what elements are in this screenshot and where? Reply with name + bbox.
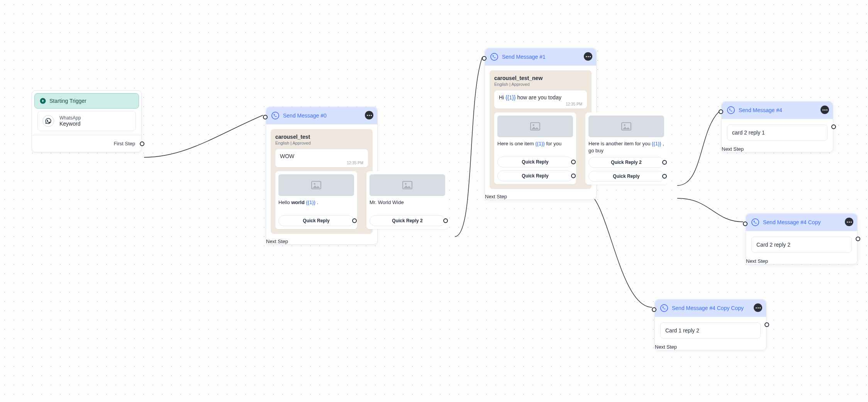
output-port[interactable] [765, 322, 769, 327]
next-step-label: Next Step [722, 146, 744, 152]
next-step-label: Next Step [266, 238, 288, 244]
image-placeholder-icon [370, 174, 445, 196]
node-title: Send Message #4 [739, 107, 782, 113]
node-title: Send Message #1 [502, 54, 546, 60]
node-menu-button[interactable] [365, 111, 373, 119]
svg-point-1 [272, 112, 279, 119]
quick-reply-button[interactable]: Quick Reply [497, 157, 573, 167]
image-placeholder-icon [588, 116, 664, 137]
card-caption: Here is another item for you {{1}} , go … [588, 140, 664, 154]
card-caption: Here is one item {{1}} for you [497, 140, 573, 153]
send-message-4-copy[interactable]: Send Message #4 Copy Card 2 reply 2 Next… [746, 213, 858, 264]
message-text[interactable]: Card 1 reply 2 [660, 322, 761, 339]
whatsapp-preview: carousel_test English | Approved WOW 12:… [271, 129, 373, 234]
input-port[interactable] [263, 115, 268, 119]
carousel-card-1[interactable]: Here is one item {{1}} for you Quick Rep… [494, 112, 576, 184]
trigger-title: Starting Trigger [49, 98, 86, 104]
node-footer: Next Step [722, 146, 833, 152]
quick-reply-button[interactable]: Quick Reply 2 [370, 215, 445, 226]
output-port[interactable] [571, 174, 576, 178]
quick-reply-button[interactable]: Quick Reply [278, 215, 354, 226]
output-port[interactable] [140, 141, 144, 146]
svg-point-10 [624, 124, 626, 126]
image-placeholder-icon [497, 116, 573, 137]
output-port[interactable] [443, 218, 448, 223]
node-header: Send Message #0 [266, 107, 377, 124]
next-step-label: Next Step [655, 344, 677, 350]
send-message-4-copy-copy[interactable]: Send Message #4 Copy Copy Card 1 reply 2… [654, 299, 766, 350]
node-header: Send Message #4 Copy [746, 214, 857, 231]
node-body: card 2 reply 1 [722, 119, 833, 146]
input-port[interactable] [719, 109, 723, 114]
output-port[interactable] [662, 174, 667, 179]
trigger-header: Starting Trigger [34, 93, 139, 109]
svg-point-5 [405, 183, 407, 185]
play-icon [39, 97, 46, 104]
quick-reply-button[interactable]: Quick Reply [588, 171, 664, 182]
flow-canvas[interactable]: Starting Trigger WhatsApp Keyword First … [0, 0, 868, 402]
svg-point-11 [727, 107, 734, 114]
node-body: Card 2 reply 2 [746, 231, 857, 258]
quick-reply-button[interactable]: Quick Reply [497, 170, 573, 181]
node-body: Card 1 reply 2 [655, 317, 766, 344]
carousel-card-2[interactable]: Here is another item for you {{1}} , go … [585, 112, 667, 185]
bubble-text: WOW [280, 153, 363, 159]
card-caption: Hello world {{1}} . [278, 199, 354, 212]
output-port[interactable] [571, 160, 576, 164]
input-port[interactable] [743, 221, 748, 226]
message-bubble: WOW 12:35 PM [275, 149, 368, 167]
message-time: 12:35 PM [280, 161, 363, 165]
send-message-4[interactable]: Send Message #4 card 2 reply 1 Next Step [721, 101, 833, 152]
trigger-node[interactable]: Starting Trigger WhatsApp Keyword First … [32, 90, 142, 152]
template-meta: English | Approved [494, 82, 587, 87]
node-title: Send Message #4 Copy [763, 219, 821, 225]
output-port[interactable] [831, 124, 836, 129]
node-title: Send Message #0 [283, 112, 327, 119]
node-footer: Next Step [746, 258, 857, 264]
output-port[interactable] [662, 160, 667, 165]
trigger-keyword-label: Keyword [59, 121, 81, 127]
message-text[interactable]: Card 2 reply 2 [751, 237, 852, 253]
message-time: 12:35 PM [499, 102, 582, 106]
next-step-label: First Step [114, 141, 135, 146]
output-port[interactable] [352, 218, 357, 223]
output-port[interactable] [856, 237, 860, 241]
input-port[interactable] [482, 56, 487, 61]
svg-point-8 [533, 124, 534, 126]
node-header: Send Message #1 [485, 48, 596, 66]
node-menu-button[interactable] [845, 218, 853, 226]
next-step-label: Next Step [485, 194, 507, 199]
carousel-card-2[interactable]: Mr. World Wide Quick Reply 2 [366, 171, 448, 229]
input-port[interactable] [652, 307, 656, 312]
whatsapp-icon [727, 106, 735, 114]
svg-point-6 [491, 53, 498, 60]
node-footer: Next Step [485, 194, 596, 199]
trigger-footer: First Step [32, 135, 141, 152]
node-menu-button[interactable] [584, 52, 592, 61]
node-menu-button[interactable] [821, 106, 829, 114]
node-footer: Next Step [266, 238, 377, 244]
node-footer: Next Step [655, 344, 766, 350]
whatsapp-icon [42, 115, 54, 127]
image-placeholder-icon [278, 174, 354, 196]
quick-reply-button[interactable]: Quick Reply 2 [588, 157, 664, 168]
message-text[interactable]: card 2 reply 1 [727, 124, 827, 141]
whatsapp-icon [751, 218, 759, 226]
card-caption: Mr. World Wide [370, 199, 445, 212]
template-meta: English | Approved [275, 141, 368, 145]
node-title: Send Message #4 Copy Copy [672, 305, 744, 311]
template-name: carousel_test [275, 134, 368, 140]
whatsapp-icon [490, 53, 498, 61]
send-message-1[interactable]: Send Message #1 carousel_test_new Englis… [485, 48, 597, 200]
node-menu-button[interactable] [754, 303, 762, 312]
carousel-card-1[interactable]: Hello world {{1}} . Quick Reply [275, 171, 357, 229]
node-header: Send Message #4 [722, 102, 833, 119]
svg-point-3 [314, 183, 315, 185]
send-message-0[interactable]: Send Message #0 carousel_test English | … [266, 107, 378, 245]
whatsapp-preview: carousel_test_new English | Approved Hi … [490, 70, 592, 189]
trigger-channel[interactable]: WhatsApp Keyword [37, 111, 136, 131]
message-bubble: Hi {{1}} how are you today 12:35 PM [494, 90, 587, 109]
template-name: carousel_test_new [494, 75, 587, 81]
node-header: Send Message #4 Copy Copy [655, 300, 766, 317]
next-step-label: Next Step [746, 258, 768, 264]
